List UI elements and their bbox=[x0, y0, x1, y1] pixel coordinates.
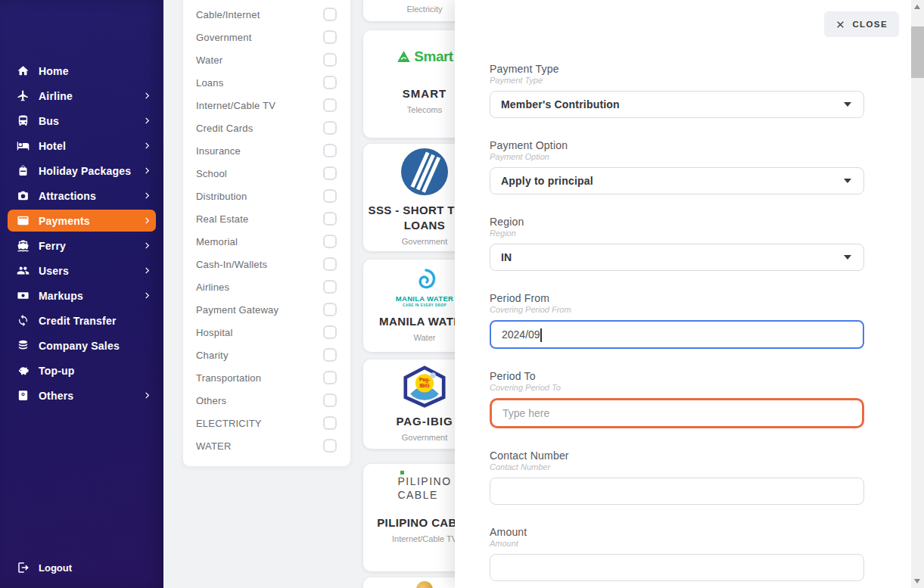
category-row[interactable]: Water bbox=[183, 48, 350, 71]
category-checkbox[interactable] bbox=[323, 235, 337, 248]
category-label: Charity bbox=[196, 350, 323, 361]
category-row[interactable]: Insurance bbox=[183, 139, 350, 162]
field-period-from: Period From Covering Period From bbox=[490, 292, 864, 349]
sidebar-item-home[interactable]: Home bbox=[0, 58, 163, 83]
category-checkbox[interactable] bbox=[323, 325, 337, 339]
logout-label: Logout bbox=[39, 562, 72, 574]
category-checkbox[interactable] bbox=[323, 280, 337, 294]
sidebar-item-top-up[interactable]: Top-up bbox=[0, 358, 163, 383]
sidebar-item-markups[interactable]: Markups bbox=[0, 283, 163, 308]
category-checkbox[interactable] bbox=[323, 30, 337, 44]
period-from-input[interactable] bbox=[490, 320, 864, 349]
sidebar-item-credit-transfer[interactable]: Credit Transfer bbox=[0, 308, 163, 333]
payment-option-select[interactable]: Apply to principal bbox=[490, 167, 864, 194]
category-row[interactable]: Internet/Cable TV bbox=[183, 94, 350, 117]
category-row[interactable]: Hospital bbox=[183, 321, 350, 344]
chevron-right-icon bbox=[143, 266, 151, 275]
scroll-down-icon[interactable] bbox=[914, 579, 920, 583]
category-row[interactable]: Government bbox=[183, 26, 350, 48]
category-row[interactable]: Others bbox=[183, 389, 350, 412]
sidebar-item-bus[interactable]: Bus bbox=[0, 108, 163, 133]
category-row[interactable]: Memorial bbox=[183, 230, 350, 253]
category-checkbox[interactable] bbox=[323, 189, 337, 203]
category-checkbox[interactable] bbox=[323, 212, 337, 226]
field-period-to: Period To Covering Period To bbox=[490, 370, 864, 428]
close-button[interactable]: CLOSE bbox=[824, 11, 899, 37]
field-amount: Amount Amount bbox=[490, 526, 864, 581]
category-checkbox[interactable] bbox=[323, 8, 337, 21]
category-label: Others bbox=[196, 395, 323, 406]
scroll-up-icon[interactable] bbox=[914, 5, 920, 9]
category-row[interactable]: Charity bbox=[183, 344, 350, 366]
biller-category: Water bbox=[414, 333, 436, 342]
category-label: Loans bbox=[196, 77, 323, 89]
category-row[interactable]: ELECTRICITY bbox=[183, 412, 350, 434]
category-row[interactable]: Real Estate bbox=[183, 207, 350, 230]
category-checkbox[interactable] bbox=[323, 121, 337, 135]
manila-water-logo bbox=[412, 269, 437, 293]
sidebar-item-holiday-packages[interactable]: Holiday Packages bbox=[0, 158, 163, 183]
sidebar-item-label: Users bbox=[39, 265, 69, 277]
category-row[interactable]: Loans bbox=[183, 71, 350, 94]
page-scrollbar-thumb[interactable] bbox=[911, 26, 924, 78]
category-checkbox[interactable] bbox=[323, 371, 337, 384]
page-scrollbar[interactable] bbox=[911, 0, 924, 588]
category-checkbox[interactable] bbox=[323, 98, 337, 112]
category-checkbox[interactable] bbox=[323, 394, 337, 407]
chevron-right-icon bbox=[143, 92, 151, 100]
payment-form-modal: CLOSE Payment Type Payment Type Member's… bbox=[455, 0, 924, 588]
sidebar-item-label: Home bbox=[39, 65, 69, 77]
transfer-icon bbox=[17, 314, 30, 327]
smart-logo: Smart bbox=[396, 45, 453, 68]
category-row[interactable]: School bbox=[183, 162, 350, 185]
category-checkbox[interactable] bbox=[323, 257, 337, 271]
amount-input[interactable] bbox=[490, 554, 864, 581]
sidebar-item-users[interactable]: Users bbox=[0, 258, 163, 283]
sidebar-item-attractions[interactable]: Attractions bbox=[0, 183, 163, 208]
sss-logo bbox=[401, 148, 448, 195]
sidebar-item-airline[interactable]: Airline bbox=[0, 83, 163, 108]
category-row[interactable]: Transportation bbox=[183, 366, 350, 389]
biller-category: Internet/Cable TV bbox=[392, 534, 457, 543]
bus-icon bbox=[17, 114, 30, 127]
category-label: ELECTRICITY bbox=[196, 418, 323, 429]
payment-option-label: Payment Option bbox=[490, 139, 864, 151]
region-select[interactable]: IN bbox=[490, 244, 864, 271]
category-checkbox[interactable] bbox=[323, 416, 337, 430]
backpack-icon bbox=[17, 164, 30, 177]
logout-button[interactable]: Logout bbox=[17, 561, 72, 574]
category-row[interactable]: Airlines bbox=[183, 275, 350, 298]
sidebar-item-label: Company Sales bbox=[39, 340, 120, 352]
category-label: Insurance bbox=[196, 145, 323, 157]
sidebar-item-label: Payments bbox=[39, 215, 90, 227]
grid-icon bbox=[17, 389, 30, 402]
category-checkbox[interactable] bbox=[323, 439, 337, 453]
sidebar-item-hotel[interactable]: Hotel bbox=[0, 133, 163, 158]
sidebar-item-payments[interactable]: Payments bbox=[0, 208, 163, 233]
category-checkbox[interactable] bbox=[323, 303, 337, 316]
sidebar-item-ferry[interactable]: Ferry bbox=[0, 233, 163, 258]
category-label: Government bbox=[196, 32, 323, 43]
category-checkbox[interactable] bbox=[323, 166, 337, 180]
sidebar-item-others[interactable]: Others bbox=[0, 383, 163, 408]
category-label: Hospital bbox=[196, 327, 323, 338]
category-row[interactable]: Cash-In/Wallets bbox=[183, 253, 350, 275]
category-checkbox[interactable] bbox=[323, 348, 337, 362]
category-row[interactable]: Cable/Internet bbox=[183, 3, 350, 26]
biller-name: PAG-IBIG bbox=[396, 414, 453, 429]
payment-type-label: Payment Type bbox=[490, 63, 864, 75]
category-checkbox[interactable] bbox=[323, 144, 337, 157]
category-row[interactable]: Payment Gateway bbox=[183, 298, 350, 321]
period-to-input[interactable] bbox=[490, 398, 864, 428]
payment-type-select[interactable]: Member's Contribution bbox=[490, 91, 864, 118]
chevron-right-icon bbox=[143, 216, 151, 225]
dropdown-caret-icon bbox=[844, 255, 851, 260]
sidebar-item-label: Ferry bbox=[39, 240, 66, 252]
sidebar-item-company-sales[interactable]: Company Sales bbox=[0, 333, 163, 358]
category-row[interactable]: WATER bbox=[183, 434, 350, 457]
category-checkbox[interactable] bbox=[323, 76, 337, 89]
category-row[interactable]: Distribution bbox=[183, 185, 350, 207]
category-checkbox[interactable] bbox=[323, 53, 337, 67]
contact-number-input[interactable] bbox=[490, 478, 864, 505]
category-row[interactable]: Credit Cards bbox=[183, 117, 350, 139]
